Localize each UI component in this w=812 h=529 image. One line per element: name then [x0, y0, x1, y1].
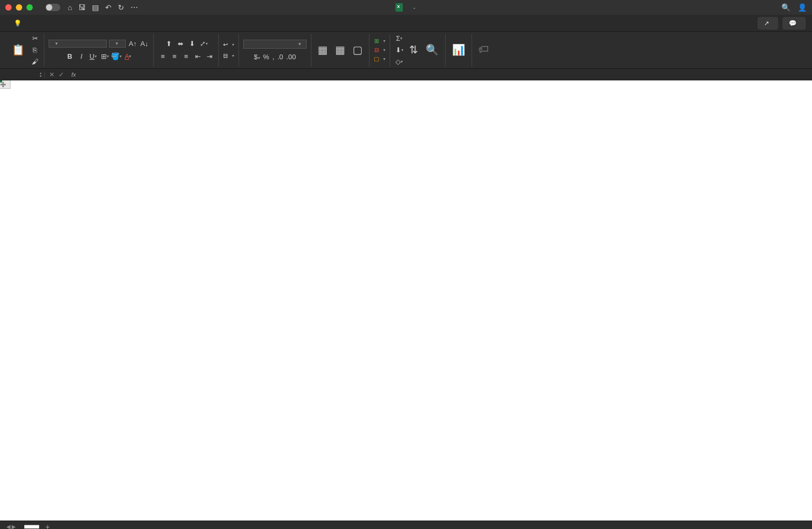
autosum-icon[interactable]: Σ▾ — [394, 34, 404, 43]
clipboard-icon: 📋 — [12, 43, 25, 56]
decrease-indent-icon[interactable]: ⇤ — [193, 52, 202, 61]
orientation-icon[interactable]: ⤢▾ — [199, 39, 208, 49]
format-icon: ▢ — [374, 56, 379, 62]
border-button[interactable]: ⊞▾ — [100, 52, 109, 61]
copy-icon[interactable]: ⎘ — [30, 45, 40, 55]
analyze-icon: 📊 — [452, 43, 465, 56]
align-top-icon[interactable]: ⬆ — [164, 39, 173, 49]
format-as-table-button[interactable]: ▦ — [333, 42, 347, 58]
merge-icon: ⊟ — [223, 52, 228, 59]
accept-formula-icon[interactable]: ✓ — [59, 71, 64, 78]
number-format-select[interactable]: ▼ — [243, 40, 307, 49]
search-icon[interactable]: 🔍 — [781, 3, 790, 12]
merge-center-button[interactable]: ⊟▾ — [223, 52, 234, 59]
sensitivity-button: 🏷 — [476, 42, 491, 58]
comments-button[interactable]: 💬 — [782, 17, 806, 30]
cell-styles-button[interactable]: ▢ — [350, 42, 365, 58]
add-sheet-button[interactable]: + — [42, 523, 53, 530]
select-all-corner[interactable] — [0, 80, 11, 89]
undo-icon[interactable]: ↶ — [105, 3, 112, 12]
autosave-toggle[interactable] — [42, 4, 60, 11]
sort-filter-button[interactable]: ⇅ — [407, 42, 420, 58]
sort-icon: ⇅ — [409, 43, 418, 56]
decrease-font-icon[interactable]: A↓ — [140, 39, 149, 49]
sensitivity-icon: 🏷 — [478, 43, 489, 56]
sheet-tabs-bar: ◀ ▶ + — [0, 521, 812, 529]
bulb-icon: 💡 — [14, 20, 22, 27]
align-right-icon[interactable]: ≡ — [181, 52, 191, 61]
wrap-icon: ↩ — [223, 41, 228, 48]
percent-icon[interactable]: % — [263, 53, 270, 61]
new-icon[interactable]: ▤ — [92, 3, 99, 12]
window-controls — [5, 4, 33, 11]
fill-icon[interactable]: ⬇▾ — [394, 45, 404, 55]
conditional-formatting-button[interactable]: ▦ — [316, 42, 330, 58]
currency-icon[interactable]: $▾ — [254, 53, 260, 61]
redo-icon[interactable]: ↻ — [118, 3, 124, 12]
italic-button[interactable]: I — [77, 52, 86, 61]
format-cells-button[interactable]: ▢▾ — [374, 56, 385, 62]
increase-indent-icon[interactable]: ⇥ — [205, 52, 214, 61]
home-icon[interactable]: ⌂ — [68, 3, 72, 12]
maximize-window[interactable] — [26, 4, 33, 11]
delete-icon: ⊟ — [374, 47, 379, 53]
styles-icon: ▢ — [353, 43, 363, 56]
account-icon[interactable]: 👤 — [798, 3, 807, 12]
excel-icon — [395, 3, 403, 12]
bold-button[interactable]: B — [65, 52, 75, 61]
share-button[interactable]: ↗ — [758, 17, 778, 30]
underline-button[interactable]: U▾ — [88, 52, 98, 61]
document-title: ⌄ — [395, 3, 417, 12]
cond-format-icon: ▦ — [318, 43, 328, 56]
close-window[interactable] — [5, 4, 12, 11]
sheet-next-icon[interactable]: ▶ — [12, 524, 16, 529]
quick-access: ⌂ 🖫 ▤ ↶ ↻ ⋯ — [68, 3, 138, 12]
find-select-button[interactable]: 🔍 — [423, 42, 441, 58]
spreadsheet-grid[interactable]: ✚ — [0, 80, 812, 521]
fx-icon[interactable]: fx — [71, 71, 76, 78]
delete-cells-button[interactable]: ⊟▾ — [374, 47, 385, 53]
cancel-formula-icon[interactable]: ✕ — [49, 71, 54, 78]
sheet-prev-icon[interactable]: ◀ — [6, 524, 11, 529]
more-icon[interactable]: ⋯ — [131, 3, 138, 12]
minimize-window[interactable] — [16, 4, 22, 11]
align-left-icon[interactable]: ≡ — [158, 52, 168, 61]
format-painter-icon[interactable]: 🖌 — [30, 57, 40, 67]
ribbon-tabs: 💡 ↗ 💬 — [0, 15, 812, 32]
title-bar: ⌂ 🖫 ▤ ↶ ↻ ⋯ ⌄ 🔍 👤 — [0, 0, 812, 15]
sheet-tab[interactable] — [24, 525, 39, 528]
increase-font-icon[interactable]: A↑ — [128, 39, 137, 49]
decrease-decimal-icon[interactable]: .00 — [287, 53, 296, 61]
tell-me[interactable]: 💡 — [14, 20, 25, 27]
find-icon: 🔍 — [426, 43, 439, 56]
align-bottom-icon[interactable]: ⬇ — [187, 39, 197, 49]
analyze-data-button[interactable]: 📊 — [450, 42, 467, 58]
ribbon: 📋 ✂ ⎘ 🖌 ▼ ▼ A↑ A↓ B I U▾ ⊞▾ 🪣▾ A▾ ⬆ ⬌ ⬇ — [0, 32, 812, 69]
align-middle-icon[interactable]: ⬌ — [176, 39, 185, 49]
font-color-button[interactable]: A▾ — [123, 52, 133, 61]
cut-icon[interactable]: ✂ — [30, 34, 40, 43]
font-name-select[interactable]: ▼ — [49, 40, 107, 48]
comment-icon: 💬 — [789, 20, 797, 27]
increase-decimal-icon[interactable]: .0 — [278, 53, 283, 61]
table-icon: ▦ — [335, 43, 345, 56]
align-center-icon[interactable]: ≡ — [170, 52, 179, 61]
wrap-text-button[interactable]: ↩▾ — [223, 41, 234, 48]
font-size-select[interactable]: ▼ — [109, 40, 126, 48]
paste-button[interactable]: 📋 — [10, 42, 27, 58]
insert-cells-button[interactable]: ⊞▾ — [374, 38, 385, 44]
comma-icon[interactable]: , — [272, 53, 274, 61]
insert-icon: ⊞ — [374, 38, 379, 44]
save-icon[interactable]: 🖫 — [78, 3, 86, 12]
clear-icon[interactable]: ◇▾ — [394, 57, 404, 67]
share-icon: ↗ — [764, 20, 769, 27]
formula-bar: ▲▼ ✕ ✓ fx — [0, 69, 812, 80]
fill-color-button[interactable]: 🪣▾ — [112, 52, 121, 61]
